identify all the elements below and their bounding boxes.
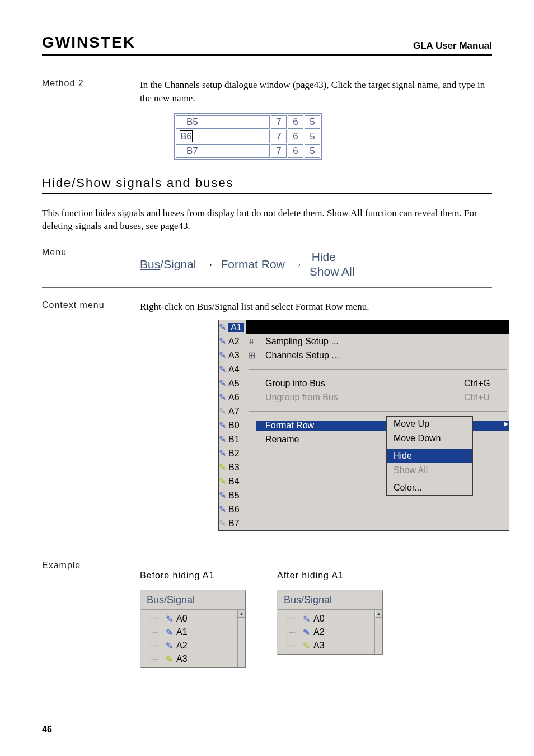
signal-label: A4 xyxy=(227,365,246,375)
signal-label: B5 xyxy=(227,491,246,501)
arrow-icon: → xyxy=(203,258,214,271)
signal-label: B3 xyxy=(227,463,246,473)
divider xyxy=(42,287,492,288)
cell: 5 xyxy=(305,130,320,143)
ctx-channels-setup[interactable]: Channels Setup ... xyxy=(256,351,509,361)
shortcut-ctrl-u: Ctrl+U xyxy=(464,393,509,403)
signal-a1-selected[interactable]: A1 xyxy=(228,323,244,332)
scrollbar[interactable]: ▴ xyxy=(374,610,382,654)
menu-path: Bus/Signal → Format Row → Hide Show All xyxy=(140,250,492,279)
sub-move-up[interactable]: Move Up xyxy=(387,417,472,431)
scroll-up-icon[interactable]: ▴ xyxy=(375,610,382,618)
menu-format-row[interactable]: Format Row xyxy=(221,258,284,271)
probe-icon: ✎ xyxy=(303,641,310,651)
cell: 5 xyxy=(305,144,320,158)
probe-icon: ✎ xyxy=(219,476,226,487)
list-item[interactable]: A0 xyxy=(313,614,325,624)
channels-mini-table: B5 7 6 5 B6 7 6 5 B7 7 6 5 xyxy=(174,113,322,160)
cell: 7 xyxy=(271,130,287,143)
bus-signal-panel-after: Bus/Signal ┊┈┈✎A0 ┊┈┈✎A2 ┊┈┈✎A3 ▴ xyxy=(277,590,383,655)
signal-label: A6 xyxy=(227,393,246,403)
signal-label: A2 xyxy=(227,337,246,347)
table-row: B7 7 6 5 xyxy=(176,144,320,158)
brand-logo: GWINSTEK xyxy=(42,34,135,52)
cell: 7 xyxy=(271,115,287,129)
probe-icon: ✎ xyxy=(219,392,226,403)
probe-icon: ✎ xyxy=(219,462,226,473)
signal-label: A7 xyxy=(227,407,246,417)
submenu-arrow-icon: ▶ xyxy=(504,421,509,427)
list-item[interactable]: A0 xyxy=(176,614,188,624)
cell: 7 xyxy=(271,144,287,158)
before-title: Before hiding A1 xyxy=(140,571,246,581)
table-row: B6 7 6 5 xyxy=(176,130,320,143)
method2-text: In the Channels setup dialogue window (p… xyxy=(140,78,492,105)
section-title: Hide/Show signals and buses xyxy=(42,176,492,190)
menu-label: Menu xyxy=(42,248,140,258)
cell: 6 xyxy=(288,130,303,143)
probe-icon: ✎ xyxy=(219,378,226,389)
sub-move-down[interactable]: Move Down xyxy=(387,431,472,446)
probe-icon: ✎ xyxy=(166,641,173,651)
signal-label: B4 xyxy=(227,477,246,487)
menu-show-all[interactable]: Show All xyxy=(310,264,355,279)
list-item[interactable]: A2 xyxy=(176,641,188,651)
probe-icon: ✎ xyxy=(303,614,310,624)
probe-icon: ✎ xyxy=(219,448,226,459)
list-item[interactable]: A3 xyxy=(176,654,188,664)
probe-icon: ✎ xyxy=(166,654,173,665)
probe-icon: ✎ xyxy=(303,627,310,638)
signal-name-editing[interactable]: B6 xyxy=(180,130,193,142)
signal-name-cell: B5 xyxy=(176,115,270,129)
ctx-group-into-bus[interactable]: Group into Bus xyxy=(256,379,464,389)
signal-label: A3 xyxy=(227,351,246,361)
list-item[interactable]: A1 xyxy=(176,627,188,637)
page-number: 46 xyxy=(42,725,52,735)
scroll-up-icon[interactable]: ▴ xyxy=(238,610,245,618)
menu-hide[interactable]: Hide xyxy=(312,250,355,264)
cell: 6 xyxy=(288,144,303,158)
channels-icon: ⊞ xyxy=(246,350,256,361)
signal-label: B0 xyxy=(227,421,246,431)
after-title: After hiding A1 xyxy=(277,571,383,581)
list-item[interactable]: A2 xyxy=(313,627,325,637)
list-item[interactable]: A3 xyxy=(313,641,325,651)
cell: 6 xyxy=(288,115,303,129)
sub-color[interactable]: Color... xyxy=(387,480,472,495)
ctx-ungroup-from-bus: Ungroup from Bus xyxy=(256,393,464,403)
probe-icon: ✎ xyxy=(219,364,226,375)
signal-name-cell: B7 xyxy=(176,144,270,158)
bus-signal-panel-before: Bus/Signal ┊┈┈✎A0 ┊┈┈✎A1 ┊┈┈✎A2 ┊┈┈✎A3 ▴ xyxy=(140,590,246,668)
probe-icon: ✎ xyxy=(219,504,226,515)
signal-label: B7 xyxy=(227,519,246,529)
format-row-submenu: Move Up Move Down Hide Show All Color... xyxy=(386,416,473,496)
intro-text: This function hides signals and buses fr… xyxy=(42,207,492,234)
sampling-icon: ⌗ xyxy=(246,337,256,347)
sub-hide[interactable]: Hide xyxy=(387,449,472,463)
probe-icon: ✎ xyxy=(166,627,173,638)
menu-bus-signal[interactable]: Bus/Signal xyxy=(140,258,196,271)
probe-icon: ✎ xyxy=(219,434,226,445)
context-menu-text: Right-click on Bus/Signal list and selec… xyxy=(140,300,492,314)
signal-label: B6 xyxy=(227,505,246,515)
probe-icon: ✎ xyxy=(219,420,226,431)
method2-label: Method 2 xyxy=(42,78,140,88)
section-rule xyxy=(42,193,492,194)
divider xyxy=(42,548,492,548)
probe-icon: ✎ xyxy=(219,336,226,347)
probe-icon: ✎ xyxy=(219,518,226,529)
context-menu-label: Context menu xyxy=(42,300,140,310)
arrow-icon: → xyxy=(292,258,303,271)
probe-icon: ✎ xyxy=(219,490,226,501)
signal-label: A5 xyxy=(227,379,246,389)
cell: 5 xyxy=(305,115,320,129)
signal-label: B2 xyxy=(227,449,246,459)
page-header: GWINSTEK GLA User Manual xyxy=(42,34,492,56)
example-label: Example xyxy=(42,561,140,571)
manual-title: GLA User Manual xyxy=(413,40,492,52)
probe-icon: ✎ xyxy=(219,406,226,417)
sub-show-all: Show All xyxy=(387,463,472,478)
ctx-sampling-setup[interactable]: Sampling Setup ... xyxy=(256,337,509,347)
probe-icon: ✎ xyxy=(166,614,173,624)
scrollbar[interactable]: ▴ xyxy=(237,610,245,667)
